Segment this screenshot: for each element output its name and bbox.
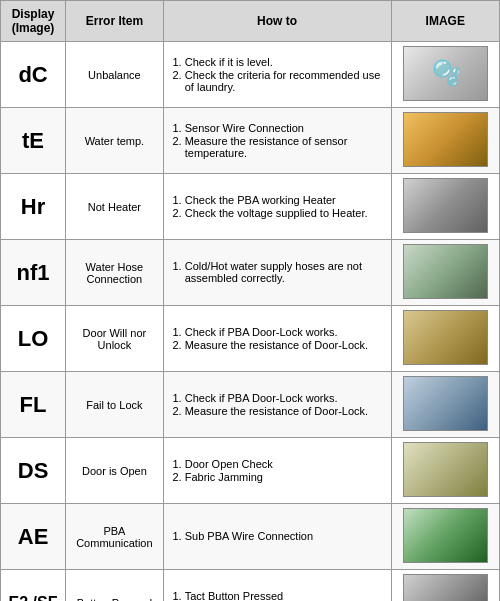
header-display: Display (Image)	[1, 1, 66, 42]
howto-cell: Check if PBA Door-Lock works.Measure the…	[163, 306, 391, 372]
header-image: IMAGE	[391, 1, 500, 42]
howto-item: Measure the resistance of sensor tempera…	[185, 135, 386, 159]
table-row: E2 /SFButton PressedTact Button PressedW…	[1, 570, 500, 602]
image-cell	[391, 372, 500, 438]
error-image	[403, 244, 488, 299]
error-item: Door Will nor Unlock	[66, 306, 164, 372]
howto-item: Tact Button Pressed	[185, 590, 386, 602]
table-row: HrNot HeaterCheck the PBA working Heater…	[1, 174, 500, 240]
table-row: DSDoor is OpenDoor Open CheckFabric Jamm…	[1, 438, 500, 504]
howto-item: Check the criteria for recommended use o…	[185, 69, 386, 93]
display-code: tE	[1, 108, 66, 174]
error-table: Display (Image) Error Item How to IMAGE …	[0, 0, 500, 601]
error-image	[403, 574, 488, 601]
image-cell	[391, 42, 500, 108]
error-item: Water Hose Connection	[66, 240, 164, 306]
howto-item: Check if PBA Door-Lock works.	[185, 392, 386, 404]
table-row: tEWater temp.Sensor Wire ConnectionMeasu…	[1, 108, 500, 174]
howto-item: Check the voltage supplied to Heater.	[185, 207, 386, 219]
error-item: Unbalance	[66, 42, 164, 108]
howto-item: Check if PBA Door-Lock works.	[185, 326, 386, 338]
error-item: Not Heater	[66, 174, 164, 240]
error-image	[403, 310, 488, 365]
error-image	[403, 112, 488, 167]
image-cell	[391, 306, 500, 372]
howto-item: Measure the resistance of Door-Lock.	[185, 339, 386, 351]
error-image	[403, 508, 488, 563]
display-code: Hr	[1, 174, 66, 240]
image-cell	[391, 108, 500, 174]
howto-cell: Cold/Hot water supply hoses are not asse…	[163, 240, 391, 306]
howto-item: Sensor Wire Connection	[185, 122, 386, 134]
display-code: nf1	[1, 240, 66, 306]
howto-cell: Sensor Wire ConnectionMeasure the resist…	[163, 108, 391, 174]
table-row: FLFail to LockCheck if PBA Door-Lock wor…	[1, 372, 500, 438]
howto-item: Sub PBA Wire Connection	[185, 530, 386, 542]
table-row: AEPBA CommunicationSub PBA Wire Connecti…	[1, 504, 500, 570]
image-cell	[391, 240, 500, 306]
image-cell	[391, 174, 500, 240]
table-row: LODoor Will nor UnlockCheck if PBA Door-…	[1, 306, 500, 372]
error-item: Water temp.	[66, 108, 164, 174]
display-code: FL	[1, 372, 66, 438]
display-code: E2 /SF	[1, 570, 66, 602]
error-image	[403, 46, 488, 101]
table-row: nf1Water Hose ConnectionCold/Hot water s…	[1, 240, 500, 306]
howto-item: Cold/Hot water supply hoses are not asse…	[185, 260, 386, 284]
table-row: dCUnbalanceCheck if it is level.Check th…	[1, 42, 500, 108]
error-item: Button Pressed	[66, 570, 164, 602]
howto-cell: Check if PBA Door-Lock works.Measure the…	[163, 372, 391, 438]
header-error-item: Error Item	[66, 1, 164, 42]
howto-item: Check the PBA working Heater	[185, 194, 386, 206]
error-image	[403, 442, 488, 497]
image-cell	[391, 570, 500, 602]
howto-item: Measure the resistance of Door-Lock.	[185, 405, 386, 417]
header-howto: How to	[163, 1, 391, 42]
howto-item: Door Open Check	[185, 458, 386, 470]
howto-cell: Check if it is level.Check the criteria …	[163, 42, 391, 108]
howto-item: Fabric Jamming	[185, 471, 386, 483]
image-cell	[391, 438, 500, 504]
error-item: Door is Open	[66, 438, 164, 504]
error-image	[403, 376, 488, 431]
error-item: Fail to Lock	[66, 372, 164, 438]
error-image	[403, 178, 488, 233]
display-code: LO	[1, 306, 66, 372]
display-code: AE	[1, 504, 66, 570]
howto-cell: Door Open CheckFabric Jamming	[163, 438, 391, 504]
error-item: PBA Communication	[66, 504, 164, 570]
howto-cell: Sub PBA Wire Connection	[163, 504, 391, 570]
display-code: dC	[1, 42, 66, 108]
howto-cell: Tact Button PressedWire Connection	[163, 570, 391, 602]
display-code: DS	[1, 438, 66, 504]
image-cell	[391, 504, 500, 570]
howto-item: Check if it is level.	[185, 56, 386, 68]
howto-cell: Check the PBA working HeaterCheck the vo…	[163, 174, 391, 240]
